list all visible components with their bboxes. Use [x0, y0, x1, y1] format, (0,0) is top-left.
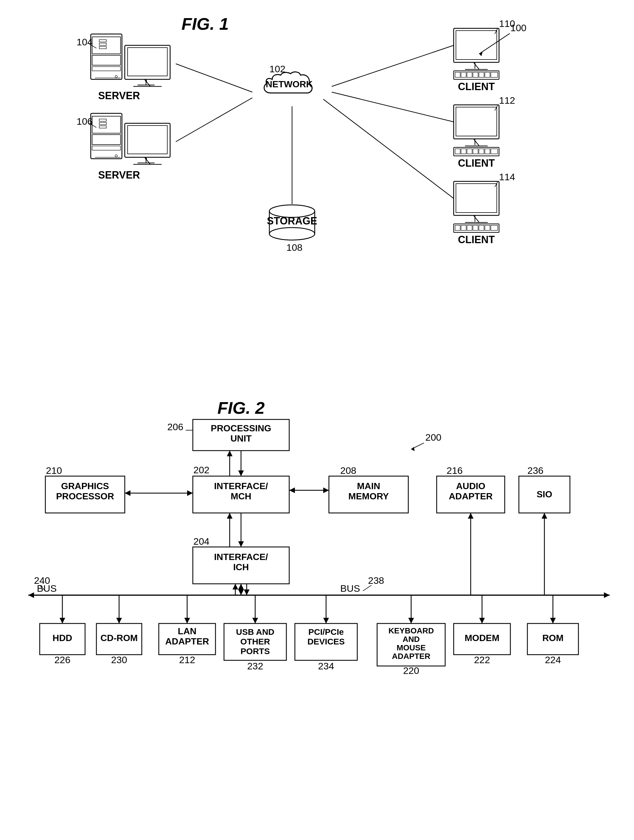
svg-rect-68: [455, 149, 460, 154]
svg-marker-162: [232, 584, 238, 589]
svg-rect-55: [473, 72, 478, 77]
svg-text:CLIENT: CLIENT: [458, 234, 495, 245]
svg-text:206: 206: [167, 422, 183, 432]
svg-text:CLIENT: CLIENT: [458, 157, 495, 169]
svg-text:PROCESSING: PROCESSING: [211, 423, 271, 433]
svg-text:UNIT: UNIT: [231, 433, 252, 444]
svg-text:MOUSE: MOUSE: [397, 643, 426, 652]
svg-marker-168: [542, 513, 547, 519]
svg-rect-26: [128, 126, 167, 154]
svg-text:USB AND: USB AND: [236, 627, 275, 636]
fig1-diagram: FIG. 1: [57, 11, 595, 351]
svg-text:MODEM: MODEM: [465, 633, 500, 643]
fig2-svg: FIG. 2 200 PROCESSING UNIT 206 INTERFACE…: [28, 397, 610, 822]
svg-text:224: 224: [545, 654, 561, 665]
svg-rect-52: [455, 72, 460, 77]
svg-text:KEYBOARD: KEYBOARD: [389, 626, 434, 635]
svg-point-24: [115, 155, 117, 157]
svg-rect-57: [485, 72, 490, 77]
svg-text:ADAPTER: ADAPTER: [449, 491, 493, 501]
svg-text:MCH: MCH: [231, 491, 251, 501]
svg-rect-72: [479, 149, 484, 154]
svg-marker-166: [468, 513, 474, 519]
svg-text:220: 220: [403, 665, 419, 676]
svg-rect-70: [467, 149, 472, 154]
svg-text:216: 216: [447, 465, 463, 476]
svg-line-101: [323, 99, 454, 198]
svg-rect-21: [99, 119, 106, 121]
svg-text:204: 204: [193, 536, 210, 547]
svg-point-43: [269, 227, 315, 240]
svg-rect-10: [128, 47, 167, 76]
svg-rect-25: [125, 123, 170, 157]
page: FIG. 1: [0, 0, 634, 840]
svg-marker-125: [289, 488, 295, 493]
svg-rect-47: [456, 31, 497, 60]
svg-line-97: [176, 64, 252, 92]
svg-text:CLIENT: CLIENT: [458, 81, 495, 92]
svg-marker-193: [323, 618, 329, 624]
svg-text:232: 232: [247, 661, 263, 671]
svg-text:236: 236: [527, 465, 544, 476]
svg-line-154: [363, 585, 372, 591]
svg-text:226: 226: [54, 654, 71, 665]
svg-marker-106: [411, 447, 414, 451]
svg-line-100: [332, 92, 454, 122]
svg-rect-7: [99, 46, 106, 49]
svg-marker-119: [238, 471, 244, 476]
svg-rect-79: [456, 184, 497, 213]
svg-rect-9: [125, 45, 170, 79]
svg-rect-18: [92, 134, 120, 145]
svg-rect-63: [456, 107, 497, 136]
svg-marker-133: [187, 490, 193, 496]
svg-rect-87: [473, 225, 478, 231]
svg-marker-180: [184, 618, 190, 624]
svg-rect-89: [485, 225, 490, 231]
svg-rect-58: [491, 72, 498, 77]
svg-point-31: [145, 158, 147, 159]
svg-text:234: 234: [318, 661, 334, 671]
svg-rect-62: [454, 105, 499, 139]
svg-rect-88: [479, 225, 484, 231]
svg-rect-23: [99, 126, 106, 128]
svg-text:104: 104: [77, 36, 93, 47]
svg-line-98: [176, 98, 252, 142]
svg-point-8: [115, 76, 117, 77]
svg-text:212: 212: [179, 654, 195, 665]
svg-text:230: 230: [111, 654, 127, 665]
svg-marker-212: [550, 618, 556, 624]
svg-line-99: [332, 45, 454, 87]
svg-line-48: [474, 62, 479, 69]
fig2-diagram: FIG. 2 200 PROCESSING UNIT 206 INTERFACE…: [28, 397, 610, 822]
svg-rect-2: [92, 55, 120, 65]
svg-marker-175: [116, 618, 122, 624]
svg-text:208: 208: [340, 465, 356, 476]
svg-line-95: [479, 33, 510, 54]
svg-text:BUS: BUS: [340, 583, 360, 594]
svg-text:ADAPTER: ADAPTER: [392, 652, 430, 661]
svg-rect-86: [467, 225, 472, 231]
svg-text:ICH: ICH: [233, 562, 249, 572]
svg-rect-3: [92, 66, 120, 71]
svg-text:112: 112: [499, 95, 515, 106]
svg-text:DEVICES: DEVICES: [307, 637, 345, 646]
svg-marker-132: [125, 490, 130, 496]
svg-marker-170: [60, 618, 65, 624]
svg-text:MEMORY: MEMORY: [348, 491, 389, 501]
svg-text:MAIN: MAIN: [357, 481, 380, 491]
svg-rect-19: [92, 146, 120, 150]
svg-text:SERVER: SERVER: [98, 169, 140, 181]
svg-text:222: 222: [474, 654, 490, 665]
svg-line-77: [495, 106, 498, 111]
svg-text:CD-ROM: CD-ROM: [100, 633, 138, 643]
svg-text:HDD: HDD: [52, 633, 72, 643]
svg-rect-5: [99, 39, 106, 42]
svg-text:PROCESSOR: PROCESSOR: [56, 491, 114, 501]
svg-text:STORAGE: STORAGE: [267, 215, 317, 227]
svg-point-15: [145, 80, 147, 82]
svg-marker-151: [604, 592, 610, 598]
svg-marker-207: [479, 618, 485, 624]
svg-text:200: 200: [425, 432, 441, 443]
svg-text:LAN: LAN: [178, 626, 196, 636]
fig1-svg: SERVER SERVER 104 106 NETWORK 102: [57, 11, 595, 351]
